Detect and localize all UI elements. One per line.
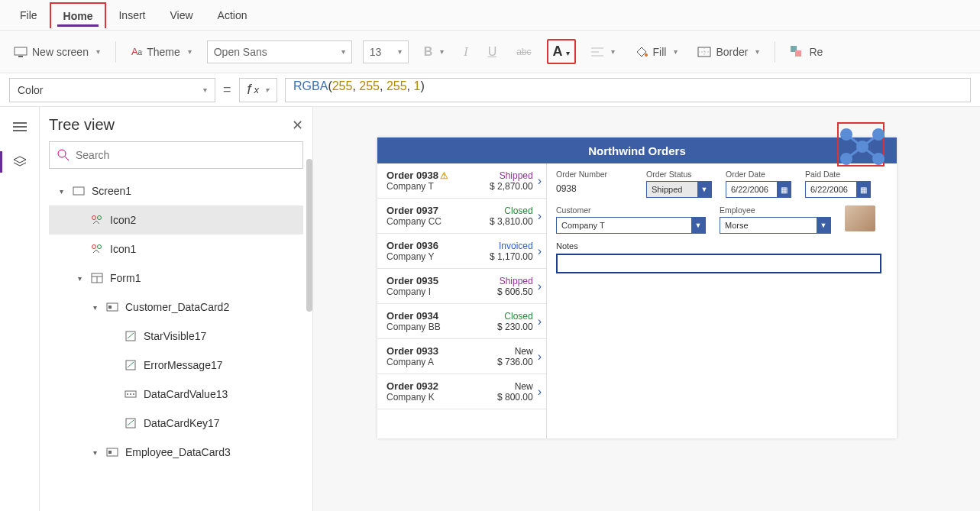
notes-label: Notes: [556, 241, 888, 251]
svg-point-5: [645, 53, 648, 57]
tree-node-datacardkey[interactable]: DataCardKey17: [49, 409, 303, 438]
svg-line-40: [846, 134, 878, 159]
border-button[interactable]: Border▾: [693, 43, 764, 61]
svg-point-37: [856, 141, 868, 153]
customer-dropdown[interactable]: Company T▼: [556, 217, 706, 234]
font-select[interactable]: Open Sans▾: [207, 40, 352, 63]
menu-view[interactable]: View: [157, 3, 205, 27]
svg-point-39: [872, 153, 885, 165]
svg-line-15: [65, 157, 69, 160]
theme-button[interactable]: Aa Theme▾: [127, 43, 196, 61]
tree-node-starvisible[interactable]: StarVisible17: [49, 322, 303, 351]
layers-icon: [13, 156, 27, 168]
tree-node-employee-datacard[interactable]: ▾Employee_DataCard3: [49, 438, 303, 467]
tree-search[interactable]: [49, 141, 303, 169]
selection-box[interactable]: [837, 122, 885, 167]
fill-button[interactable]: Fill▾: [630, 43, 683, 61]
equals-sign: =: [223, 82, 231, 98]
menu-insert[interactable]: Insert: [106, 3, 157, 27]
orderdate-picker[interactable]: 6/22/2006▦: [726, 181, 791, 198]
order-row[interactable]: Order 0936Company YInvoiced$ 1,170.00›: [377, 234, 546, 269]
svg-rect-10: [795, 50, 801, 57]
app-title-bar: Northwind Orders: [377, 137, 897, 163]
svg-rect-16: [73, 187, 84, 195]
tree-view-panel: Tree view ✕ ▾Screen1 Icon2 Icon1 ▾Form1 …: [40, 107, 313, 511]
align-icon: [591, 47, 603, 57]
reorder-icon: [791, 46, 804, 58]
strike-button[interactable]: abc: [512, 44, 535, 60]
order-row[interactable]: Order 0933Company ANew$ 736.00›: [377, 339, 546, 374]
svg-point-18: [98, 216, 102, 220]
paint-bucket-icon: [635, 46, 648, 58]
svg-point-35: [840, 128, 852, 141]
ribbon: New screen▾ Aa Theme▾ Open Sans▾ 13▾ B▾ …: [0, 31, 980, 73]
menu-bar: File Home Insert View Action: [0, 0, 980, 31]
menu-action[interactable]: Action: [205, 3, 260, 27]
svg-point-31: [133, 393, 134, 395]
new-screen-button[interactable]: New screen▾: [9, 43, 105, 61]
order-list[interactable]: Order 0938⚠Company TShipped$ 2,870.00›Or…: [377, 163, 547, 438]
svg-rect-1: [18, 56, 23, 57]
canvas[interactable]: Northwind Orders Order 0938⚠Company TShi…: [313, 107, 980, 511]
hamburger-button[interactable]: [9, 116, 31, 137]
paiddate-label: Paid Date: [805, 170, 871, 179]
treeview-rail-button[interactable]: [9, 151, 31, 173]
svg-point-36: [872, 128, 885, 141]
fontsize-select[interactable]: 13▾: [363, 40, 409, 63]
order-row[interactable]: Order 0934Company BBClosed$ 230.00›: [377, 304, 546, 339]
tree-node-icon2[interactable]: Icon2: [49, 205, 303, 234]
bold-button[interactable]: B▾: [419, 42, 449, 62]
svg-rect-0: [15, 47, 27, 55]
tree-view-title: Tree view: [49, 116, 115, 134]
tree-node-icon1[interactable]: Icon1: [49, 234, 303, 264]
left-rail: [0, 107, 40, 511]
screen-icon: [14, 47, 27, 57]
svg-point-20: [98, 245, 102, 249]
order-row[interactable]: Order 0932Company KNew$ 800.00›: [377, 374, 546, 409]
tree-node-customer-datacard[interactable]: ▾Customer_DataCard2: [49, 293, 303, 322]
close-panel-button[interactable]: ✕: [292, 117, 303, 134]
italic-button[interactable]: I: [459, 42, 472, 62]
ordernum-value: 0938: [556, 181, 632, 194]
app-preview: Northwind Orders Order 0938⚠Company TShi…: [377, 137, 897, 438]
tree-node-screen1[interactable]: ▾Screen1: [49, 176, 303, 205]
status-dropdown[interactable]: Shipped▼: [646, 181, 712, 198]
status-label: Order Status: [646, 170, 712, 179]
formula-bar: Color▾ = fx▾ RGBA(255, 255, 255, 1): [0, 73, 980, 107]
svg-point-17: [92, 216, 96, 220]
tree-node-datacardvalue[interactable]: DataCardValue13: [49, 380, 303, 409]
svg-point-19: [92, 245, 96, 249]
formula-input[interactable]: RGBA(255, 255, 255, 1): [285, 78, 971, 102]
paiddate-picker[interactable]: 6/22/2006▦: [805, 181, 871, 198]
tree-scrollbar[interactable]: [306, 159, 312, 312]
employee-avatar: [845, 205, 875, 231]
employee-dropdown[interactable]: Morse▼: [720, 217, 831, 234]
svg-point-14: [58, 150, 66, 157]
customer-label: Customer: [556, 205, 706, 215]
hamburger-icon: [13, 121, 27, 132]
tree: ▾Screen1 Icon2 Icon1 ▾Form1 ▾Customer_Da…: [49, 176, 303, 511]
search-icon: [57, 149, 70, 161]
menu-home[interactable]: Home: [50, 2, 107, 28]
fx-button[interactable]: fx▾: [239, 78, 278, 102]
svg-rect-34: [108, 451, 112, 454]
order-row[interactable]: Order 0938⚠Company TShipped$ 2,870.00›: [377, 163, 546, 199]
selection-handles-icon: [839, 124, 886, 168]
property-select[interactable]: Color▾: [9, 78, 215, 102]
underline-button[interactable]: U: [484, 42, 502, 62]
align-button[interactable]: ▾: [587, 44, 619, 60]
svg-rect-25: [108, 306, 112, 309]
fontcolor-button[interactable]: A▾: [547, 39, 576, 64]
orderdate-label: Order Date: [726, 170, 791, 179]
order-row[interactable]: Order 0935Company IShipped$ 606.50›: [377, 269, 546, 304]
tree-node-form1[interactable]: ▾Form1: [49, 264, 303, 293]
search-input[interactable]: [76, 149, 295, 161]
employee-label: Employee: [720, 205, 831, 215]
order-row[interactable]: Order 0937Company CCClosed$ 3,810.00›: [377, 199, 546, 234]
menu-file[interactable]: File: [8, 3, 50, 27]
notes-input[interactable]: [556, 254, 881, 273]
reorder-button[interactable]: Re: [786, 43, 827, 61]
svg-point-38: [840, 153, 852, 165]
svg-point-30: [130, 393, 131, 395]
tree-node-errormessage[interactable]: ErrorMessage17: [49, 351, 303, 380]
